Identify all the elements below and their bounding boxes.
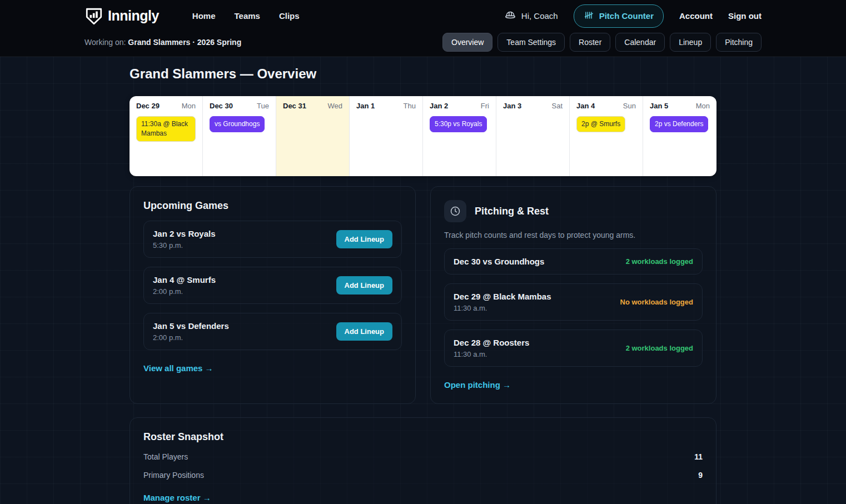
user-greeting: Hi, Coach xyxy=(504,9,558,23)
pitching-rest-card: Pitching & Rest Track pitch counts and r… xyxy=(430,186,716,404)
calendar-event-chip[interactable]: vs Groundhogs xyxy=(210,116,265,132)
calendar-day-header: Jan 5 Mon xyxy=(650,102,710,110)
roster-stat-value: 9 xyxy=(698,471,703,480)
pitch-counter-label: Pitch Counter xyxy=(599,11,654,21)
pitching-entry-info: Dec 28 @ Roosters 11:30 a.m. xyxy=(454,338,529,358)
pitching-subtitle: Track pitch counts and rest days to prot… xyxy=(444,231,703,239)
brand-name: Inningly xyxy=(108,8,159,24)
calendar-weekday: Thu xyxy=(404,102,416,110)
sign-out-link[interactable]: Sign out xyxy=(728,11,762,21)
section-tabs: OverviewTeam SettingsRosterCalendarLineu… xyxy=(442,33,762,52)
game-info: Jan 2 vs Royals 5:30 p.m. xyxy=(153,229,216,249)
calendar-day-header: Dec 31 Wed xyxy=(283,102,342,110)
game-info: Jan 4 @ Smurfs 2:00 p.m. xyxy=(153,275,216,296)
calendar-weekday: Fri xyxy=(481,102,489,110)
pitching-entry-title: Dec 30 vs Groundhogs xyxy=(454,257,544,266)
pitching-rest-title: Pitching & Rest xyxy=(475,206,549,217)
upcoming-game-row: Jan 4 @ Smurfs 2:00 p.m. Add Lineup xyxy=(143,267,402,304)
upcoming-games-card: Upcoming Games Jan 2 vs Royals 5:30 p.m.… xyxy=(130,186,416,404)
roster-snapshot-card: Roster Snapshot Total Players 11 Primary… xyxy=(130,417,716,504)
calendar-date: Dec 29 xyxy=(136,102,160,110)
manage-roster-link[interactable]: Manage roster → xyxy=(143,493,211,502)
calendar-day-header: Jan 2 Fri xyxy=(430,102,489,110)
main-area: Grand Slammers — Overview Dec 29 Mon 11:… xyxy=(0,57,846,504)
calendar-event-chip[interactable]: 11:30a @ Black Mambas xyxy=(136,116,196,142)
view-all-games-link[interactable]: View all games → xyxy=(143,363,213,373)
game-time: 2:00 p.m. xyxy=(153,287,216,296)
add-lineup-button[interactable]: Add Lineup xyxy=(336,276,393,295)
add-lineup-button[interactable]: Add Lineup xyxy=(336,322,393,341)
upcoming-game-row: Jan 5 vs Defenders 2:00 p.m. Add Lineup xyxy=(143,313,402,350)
working-on-text: Working on: Grand Slammers · 2026 Spring xyxy=(84,38,241,47)
roster-stats-list: Total Players 11 Primary Positions 9 xyxy=(143,452,703,480)
tab-roster[interactable]: Roster xyxy=(570,33,610,52)
tab-pitching[interactable]: Pitching xyxy=(716,33,762,52)
account-link[interactable]: Account xyxy=(679,11,713,21)
nav-home[interactable]: Home xyxy=(192,11,216,21)
calendar-date: Jan 4 xyxy=(576,102,595,110)
pitching-entry-row: Dec 29 @ Black Mambas 11:30 a.m. No work… xyxy=(444,283,703,321)
calendar-day-header: Jan 4 Sun xyxy=(576,102,636,110)
upcoming-games-title: Upcoming Games xyxy=(143,200,402,212)
calendar-event-chip[interactable]: 2p @ Smurfs xyxy=(576,116,625,132)
context-bar: Working on: Grand Slammers · 2026 Spring… xyxy=(0,32,846,56)
pitching-card-header: Pitching & Rest xyxy=(444,200,703,222)
roster-snapshot-title: Roster Snapshot xyxy=(143,431,703,443)
calendar-weekday: Sun xyxy=(623,102,636,110)
home-plate-chart-icon xyxy=(84,7,103,26)
calendar-date: Jan 1 xyxy=(356,102,375,110)
roster-stat-row: Primary Positions 9 xyxy=(143,471,703,480)
pitching-entries-list: Dec 30 vs Groundhogs 2 workloads logged … xyxy=(444,248,703,367)
header-right: Hi, Coach Pitch Counter Account Sign out xyxy=(504,4,762,28)
app-viewport: Inningly Home Teams Clips Hi, Coach xyxy=(0,0,846,504)
pitch-counter-button[interactable]: Pitch Counter xyxy=(574,4,664,28)
calendar-day-header: Dec 30 Tue xyxy=(210,102,269,110)
greeting-text: Hi, Coach xyxy=(521,11,558,21)
open-pitching-link[interactable]: Open pitching → xyxy=(444,380,511,390)
calendar-weekday: Mon xyxy=(696,102,710,110)
tab-team-settings[interactable]: Team Settings xyxy=(497,33,565,52)
calendar-date: Dec 30 xyxy=(210,102,233,110)
pitching-entry-time: 11:30 a.m. xyxy=(454,304,551,312)
calendar-day-cell[interactable]: Jan 2 Fri 5:30p vs Royals xyxy=(423,96,496,176)
pitching-entry-info: Dec 29 @ Black Mambas 11:30 a.m. xyxy=(454,292,551,312)
roster-stat-value: 11 xyxy=(694,452,703,461)
calendar-day-cell[interactable]: Dec 30 Tue vs Groundhogs xyxy=(203,96,276,176)
game-title: Jan 2 vs Royals xyxy=(153,229,216,238)
baseball-cap-icon xyxy=(504,9,516,23)
clock-icon xyxy=(444,200,466,222)
top-bar: Inningly Home Teams Clips Hi, Coach xyxy=(0,0,846,32)
calendar-event-chip[interactable]: 2p vs Defenders xyxy=(650,116,708,132)
calendar-day-cell[interactable]: Dec 31 Wed xyxy=(276,96,350,176)
roster-stat-label: Total Players xyxy=(143,452,188,461)
calendar-day-header: Jan 1 Thu xyxy=(356,102,416,110)
page-title: Grand Slammers — Overview xyxy=(130,66,716,82)
tab-overview[interactable]: Overview xyxy=(442,33,492,52)
tab-lineup[interactable]: Lineup xyxy=(670,33,711,52)
calendar-strip: Dec 29 Mon 11:30a @ Black Mambas Dec 30 … xyxy=(130,96,716,176)
add-lineup-button[interactable]: Add Lineup xyxy=(336,230,393,248)
calendar-day-cell[interactable]: Jan 3 Sat xyxy=(496,96,570,176)
pitching-entry-info: Dec 30 vs Groundhogs xyxy=(454,257,544,266)
pitching-entry-row: Dec 30 vs Groundhogs 2 workloads logged xyxy=(444,248,703,275)
nav-clips[interactable]: Clips xyxy=(279,11,300,21)
game-time: 2:00 p.m. xyxy=(153,333,229,342)
calendar-date: Jan 3 xyxy=(503,102,521,110)
brand-logo[interactable]: Inningly xyxy=(84,7,159,26)
nav-teams[interactable]: Teams xyxy=(235,11,260,21)
calendar-weekday: Tue xyxy=(257,102,269,110)
calendar-day-cell[interactable]: Jan 5 Mon 2p vs Defenders xyxy=(643,96,716,176)
calendar-day-cell[interactable]: Dec 29 Mon 11:30a @ Black Mambas xyxy=(130,96,203,176)
tally-marks-icon xyxy=(584,10,594,22)
working-on-team: Grand Slammers · 2026 Spring xyxy=(128,38,241,47)
main-nav: Home Teams Clips xyxy=(192,11,300,21)
workload-status-badge: 2 workloads logged xyxy=(626,257,693,266)
tab-calendar[interactable]: Calendar xyxy=(615,33,665,52)
calendar-event-chip[interactable]: 5:30p vs Royals xyxy=(430,116,487,132)
roster-stat-label: Primary Positions xyxy=(143,471,204,480)
game-time: 5:30 p.m. xyxy=(153,241,216,249)
pitching-entry-title: Dec 28 @ Roosters xyxy=(454,338,529,347)
calendar-day-cell[interactable]: Jan 1 Thu xyxy=(350,96,423,176)
calendar-day-header: Dec 29 Mon xyxy=(136,102,196,110)
calendar-day-cell[interactable]: Jan 4 Sun 2p @ Smurfs xyxy=(570,96,643,176)
